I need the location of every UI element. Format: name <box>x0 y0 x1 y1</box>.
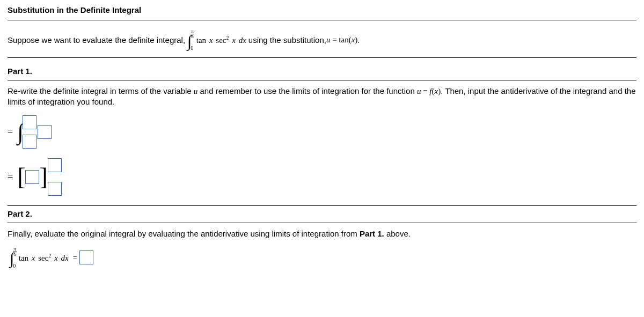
p2-text-c: above. <box>384 229 411 238</box>
p2-eq: = <box>73 253 77 262</box>
sub-eq: = <box>330 35 339 44</box>
p2-bold: Part 1. <box>360 229 384 238</box>
p2-text-a: Finally, evaluate the original integral … <box>8 229 360 238</box>
equation-row-3: ∫ π6 0 tan x sec2 x dx = <box>8 247 636 269</box>
upper-limit-input-2[interactable] <box>48 158 62 172</box>
part1-header: Part 1. <box>8 63 636 80</box>
p2-tan: tan <box>19 254 28 262</box>
integral-icon: ∫ <box>187 33 192 49</box>
part2-header: Part 2. <box>8 206 636 223</box>
intro-mid: using the substitution, <box>248 35 326 45</box>
final-answer-input[interactable] <box>79 250 93 264</box>
equals-sign-1: = <box>8 126 13 137</box>
p1-eq: = <box>421 87 429 95</box>
intro-period: . <box>357 35 360 45</box>
antiderivative-input[interactable] <box>25 170 39 184</box>
p1-text-a: Re-write the definite integral in terms … <box>8 86 194 95</box>
p1-text-c: and remember to use the limits of integr… <box>197 86 417 95</box>
integrand-sec: sec <box>216 36 226 45</box>
p2-x2: x <box>54 254 58 262</box>
integrand-x1: x <box>209 36 213 45</box>
integrand-input-1[interactable] <box>38 125 52 139</box>
integral-icon: ∫ <box>10 250 14 267</box>
right-bracket-icon: ] <box>39 165 47 189</box>
p2-x1: x <box>32 254 35 262</box>
intro-pre: Suppose we want to evaluate the definite… <box>8 35 185 45</box>
page-title: Substitution in the Definite Integral <box>8 5 636 20</box>
integral-expression-2: ∫ π6 0 tan x sec2 x dx <box>10 247 69 269</box>
integral-expression: ∫ π6 0 tan x sec2 x dx <box>187 29 246 51</box>
intro-text: Suppose we want to evaluate the definite… <box>8 29 636 58</box>
equals-sign-2: = <box>8 171 13 182</box>
part1-instructions: Re-write the definite integral in terms … <box>8 86 636 108</box>
p2-exp: 2 <box>48 253 51 259</box>
upper-limit-input-1[interactable] <box>23 115 36 129</box>
equation-row-1: = ∫ <box>8 115 636 149</box>
sub-tan: tan( <box>339 35 351 44</box>
lower-limit-input-2[interactable] <box>48 182 62 196</box>
integrand-tan: tan <box>196 36 206 45</box>
equation-row-2: = [ ] <box>8 158 636 196</box>
p2-sec: sec <box>38 254 48 262</box>
part2-instructions: Finally, evaluate the original integral … <box>8 228 636 239</box>
lower-limit-input-1[interactable] <box>23 135 36 149</box>
p2-dx: dx <box>61 254 69 262</box>
integrand-dx: dx <box>239 36 246 45</box>
integrand-exp: 2 <box>226 35 229 41</box>
left-bracket-icon: [ <box>17 165 25 189</box>
integrand-x2: x <box>232 36 236 45</box>
